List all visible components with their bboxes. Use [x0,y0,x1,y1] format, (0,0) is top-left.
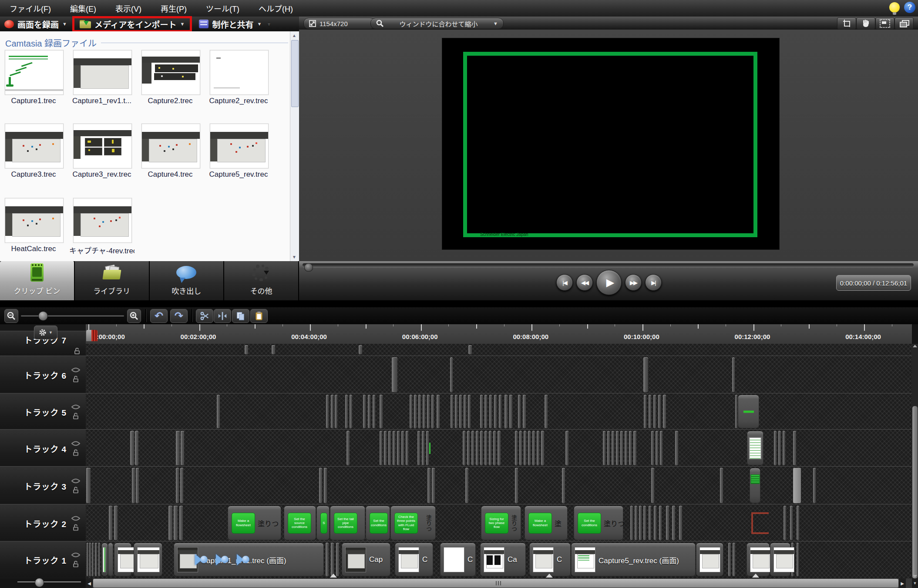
timeline-clip-bar[interactable] [666,506,669,540]
expand-media-icon[interactable] [546,574,553,578]
timeline-clip-bar[interactable] [720,468,723,503]
timeline-clip-bar[interactable] [179,506,183,540]
timeline-clip-bar[interactable] [463,431,465,465]
lock-icon[interactable] [72,376,79,383]
media-clip[interactable]: C [440,543,476,576]
timeline-clip-bar[interactable] [651,431,654,465]
track-options-button[interactable]: ▼ [34,326,57,339]
timeline-clip-bar[interactable] [735,395,737,428]
media-clip[interactable]: Cap [342,543,390,576]
timeline-clip-bar[interactable] [654,506,656,540]
track-header[interactable]: トラック 6 [0,356,86,393]
file-thumbnail[interactable] [141,124,200,168]
tab-more[interactable]: その他 [224,261,299,300]
preview-zoom-dropdown[interactable]: ウィンドウに合わせて縮小 ▼ [370,18,504,29]
timeline-clip-bar[interactable] [612,431,614,465]
timeline-clip-bar[interactable] [793,468,801,503]
timeline-clip-bar[interactable] [427,468,430,503]
file-thumbnail[interactable] [73,124,132,168]
timeline-clip-bar[interactable] [679,506,682,540]
timeline-clip-bar[interactable] [109,506,112,540]
track-header[interactable]: トラック 1 [0,541,86,578]
import-media-button[interactable]: メディアをインポート ▼ [72,16,192,32]
pan-tool-button[interactable] [856,17,875,30]
timeline-clip-bar[interactable] [272,345,275,354]
help-icon[interactable]: ? [904,2,915,13]
timeline-clip-bar[interactable] [480,395,483,428]
timeline-clip-bar[interactable] [363,395,366,428]
timeline-clip-bar[interactable] [331,543,334,576]
redo-button[interactable]: ↷ [170,309,188,323]
timeline-clip-bar[interactable] [326,395,329,428]
timeline-clip-bar[interactable] [659,506,662,540]
timeline-clip-bar[interactable] [783,431,785,465]
timeline-zoom-handle[interactable] [38,311,48,321]
timeline-clip-bar[interactable] [450,357,453,392]
zoom-keyframe-icon[interactable] [195,553,208,566]
timeline-clip-bar[interactable] [620,431,623,465]
timeline-clip-bar[interactable] [545,395,548,428]
timeline-clip-bar[interactable] [427,395,430,428]
scroll-up-icon[interactable] [913,345,917,347]
callout-clip[interactable]: Sizing for two phase flow塗りつ [481,506,521,540]
timeline-clip-bar[interactable] [384,431,387,465]
timeline-clip-bar[interactable] [380,395,383,428]
timeline-clip-bar[interactable] [498,431,501,465]
timeline-clip-bar[interactable] [373,395,375,428]
visibility-icon[interactable] [71,515,81,521]
timeline-clip-bar[interactable] [422,431,424,465]
jump-end-button[interactable]: ▶| [645,274,662,291]
track-row-t6[interactable] [86,356,912,393]
media-clip[interactable]: Capture5_rev.trec (画面) [571,543,696,576]
timeline-clip-bar[interactable] [519,431,522,465]
scroll-down-icon[interactable]: ▼ [292,255,296,259]
timeline-clip-bar[interactable] [643,506,646,540]
track-row-t3[interactable] [86,466,912,504]
media-clip[interactable] [134,543,162,576]
timeline-clip-bar[interactable] [675,431,678,465]
menu-item[interactable]: 表示(V) [106,0,151,17]
timeline-clip-bar[interactable] [406,431,408,465]
timeline-clip-bar[interactable] [432,468,435,503]
zoom-out-button[interactable] [4,309,18,323]
media-clip[interactable] [770,543,790,576]
scroll-up-icon[interactable]: ▲ [292,33,296,38]
file-thumbnail[interactable] [141,50,200,95]
visibility-icon[interactable] [71,552,81,558]
timeline-clip-bar[interactable] [774,431,777,465]
rewind-button[interactable]: ◀◀ [576,274,593,291]
tab-clip-bin[interactable]: クリップ ビン [0,261,75,300]
scrollbar-thumb[interactable] [93,579,898,588]
timeline-clip-bar[interactable] [331,395,333,428]
callout-clip[interactable]: Set the source conditions [284,506,316,540]
timeline-clip-bar[interactable] [541,431,544,465]
timeline-clip-bar[interactable] [732,357,735,392]
timeline-clip-bar[interactable] [397,431,400,465]
lock-icon[interactable] [72,560,79,567]
timeline-clip-bar[interactable] [346,431,350,465]
timeline-clip-bar[interactable] [603,431,605,465]
timeline-clip-bar[interactable] [629,431,632,465]
timeline-clip-bar[interactable] [630,506,633,540]
zoom-in-button[interactable] [127,309,141,323]
timeline-clip-bar[interactable] [468,395,471,428]
timeline-clip-bar[interactable] [532,431,535,465]
timeline-clip-bar[interactable] [649,395,651,428]
timeline-clip-bar[interactable] [790,506,793,540]
file-thumbnail[interactable] [5,50,64,95]
timeline-clip-bar[interactable] [476,431,478,465]
tab-callout[interactable]: 吹き出し [150,261,225,300]
timeline-clip-bar[interactable] [176,468,179,503]
timeline-clip-bar[interactable] [380,431,382,465]
track-header[interactable]: トラック 2 [0,504,86,541]
timeline-clip-bar[interactable] [518,395,521,428]
track-header[interactable]: トラック 5 [0,393,86,430]
media-clip[interactable]: C [529,543,571,576]
cut-button[interactable] [196,309,213,323]
record-screen-button[interactable]: 画面を録画 ▼ [0,17,71,31]
timeline-clip-bar[interactable] [217,395,220,428]
timeline-clip-bar[interactable] [350,395,352,428]
fast-forward-button[interactable]: ▶▶ [625,274,642,291]
scroll-down-icon[interactable] [913,575,917,578]
timeline-clip-bar[interactable] [135,431,138,465]
